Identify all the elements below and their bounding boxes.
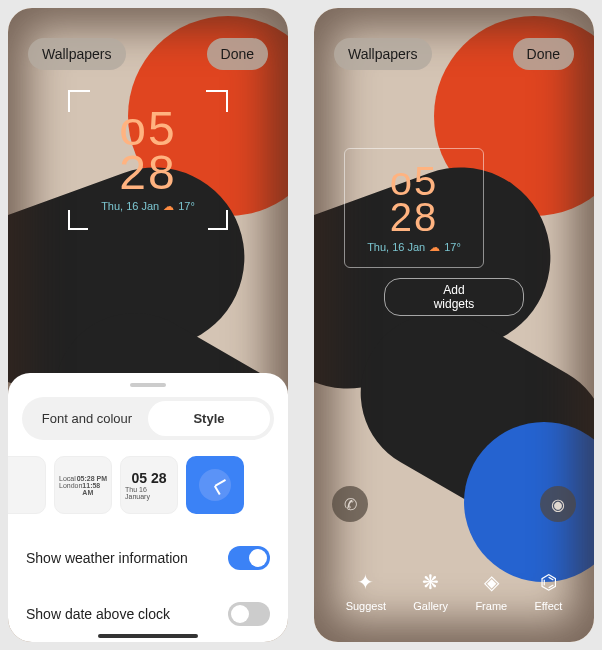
tab-style[interactable]: Style <box>148 401 270 436</box>
done-button[interactable]: Done <box>207 38 268 70</box>
setting-weather-row: Show weather information <box>8 530 288 586</box>
style-sheet: Font and colour Style Local05:28 PM Lond… <box>8 373 288 642</box>
suggest-icon: ✦ <box>357 570 374 594</box>
clock-temp-text: 17° <box>178 200 195 212</box>
setting-label: Show date above clock <box>26 606 170 622</box>
toggle-show-weather[interactable] <box>228 546 270 570</box>
nav-label: Frame <box>475 600 507 612</box>
nav-label: Suggest <box>346 600 386 612</box>
clock-widget[interactable]: o528 Thu, 16 Jan ☁ 17° <box>344 148 484 268</box>
clock-date-weather: Thu, 16 Jan ☁ 17° <box>367 241 461 254</box>
clock-date-text: Thu, 16 Jan <box>101 200 159 212</box>
style-tile-digital[interactable]: 05 28 Thu 16 January <box>120 456 178 514</box>
sheet-tabs: Font and colour Style <box>22 397 274 440</box>
wallpaper <box>314 8 594 642</box>
clock-time: o528 <box>119 107 176 193</box>
analog-clock-icon <box>199 469 231 501</box>
nav-effect[interactable]: ⌬ Effect <box>534 570 562 612</box>
clock-widget-selection-box[interactable]: o528 Thu, 16 Jan ☁ 17° <box>68 90 228 230</box>
style-tile-dual-clock[interactable]: Local05:28 PM London11:58 AM <box>54 456 112 514</box>
style-tiles-row[interactable]: Local05:28 PM London11:58 AM 05 28 Thu 1… <box>8 440 288 530</box>
tab-font-and-colour[interactable]: Font and colour <box>26 401 148 436</box>
left-phone-preview: Wallpapers Done o528 Thu, 16 Jan ☁ 17° F… <box>8 8 288 642</box>
clock-date-text: Thu, 16 Jan <box>367 241 425 253</box>
phone-shortcut-button[interactable]: ✆ <box>332 486 368 522</box>
nav-gallery[interactable]: ❋ Gallery <box>413 570 448 612</box>
setting-label: Show weather information <box>26 550 188 566</box>
right-phone-preview: Wallpapers Done o528 Thu, 16 Jan ☁ 17° A… <box>314 8 594 642</box>
phone-icon: ✆ <box>344 495 357 514</box>
topbar: Wallpapers Done <box>314 38 594 70</box>
camera-icon: ◉ <box>551 495 565 514</box>
done-button[interactable]: Done <box>513 38 574 70</box>
nav-suggest[interactable]: ✦ Suggest <box>346 570 386 612</box>
nav-label: Effect <box>534 600 562 612</box>
wallpapers-button[interactable]: Wallpapers <box>334 38 432 70</box>
topbar: Wallpapers Done <box>8 38 288 70</box>
clock-temp-text: 17° <box>444 241 461 253</box>
style-tile-analog-selected[interactable] <box>186 456 244 514</box>
weather-icon: ☁ <box>429 241 440 254</box>
weather-icon: ☁ <box>163 200 174 213</box>
style-tile[interactable] <box>8 456 46 514</box>
add-widgets-button[interactable]: Add widgets <box>384 278 524 316</box>
nav-frame[interactable]: ◈ Frame <box>475 570 507 612</box>
sheet-handle[interactable] <box>130 383 166 387</box>
camera-shortcut-button[interactable]: ◉ <box>540 486 576 522</box>
frame-icon: ◈ <box>484 570 499 594</box>
effect-icon: ⌬ <box>540 570 557 594</box>
clock-date-weather: Thu, 16 Jan ☁ 17° <box>101 200 195 213</box>
home-indicator[interactable] <box>98 634 198 638</box>
clock-time: o528 <box>390 163 439 235</box>
wallpapers-button[interactable]: Wallpapers <box>28 38 126 70</box>
nav-label: Gallery <box>413 600 448 612</box>
bottom-nav: ✦ Suggest ❋ Gallery ◈ Frame ⌬ Effect <box>314 560 594 632</box>
gallery-icon: ❋ <box>422 570 439 594</box>
toggle-date-above-clock[interactable] <box>228 602 270 626</box>
